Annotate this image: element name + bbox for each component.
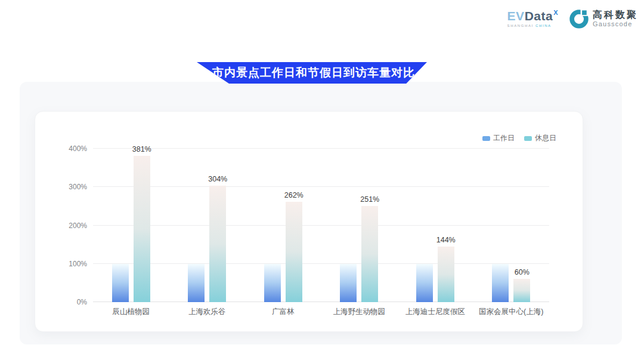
y-axis-tick-label: 100% — [69, 260, 87, 268]
x-axis-label: 上海欢乐谷 — [188, 307, 226, 317]
bar-restday — [438, 247, 454, 302]
gridline — [93, 225, 549, 226]
x-axis-label: 国家会展中心(上海) — [479, 307, 543, 317]
bar-workday — [264, 264, 281, 302]
bar-workday — [492, 264, 509, 302]
gausscode-g-icon — [569, 8, 589, 29]
legend-label: 休息日 — [535, 133, 556, 143]
title-banner: 市内景点工作日和节假日到访车量对比 — [197, 62, 427, 84]
gausscode-cn-label: 高科数聚 — [593, 10, 638, 20]
gridline — [93, 148, 549, 149]
evdata-logo: EVDataX SHANGHAI CHINA — [507, 10, 558, 27]
legend-item[interactable]: 休息日 — [524, 133, 556, 143]
chart-plot: 0%100%200%300%400%381%辰山植物园304%上海欢乐谷262%… — [93, 149, 549, 302]
gridline — [93, 263, 549, 264]
bar-restday — [134, 156, 150, 302]
bar-workday — [112, 264, 129, 302]
x-axis-label: 上海野生动物园 — [333, 307, 386, 317]
evdata-ev-text: EV — [507, 9, 525, 23]
bar-workday — [340, 264, 357, 302]
gridline — [93, 186, 549, 187]
bar-restday — [361, 206, 378, 302]
bar-restday — [513, 279, 530, 302]
legend-item[interactable]: 工作日 — [482, 133, 515, 143]
bar-value-label: 60% — [515, 268, 530, 276]
evdata-x-icon: X — [553, 9, 558, 16]
gausscode-text: 高科数聚 Gausscode — [593, 10, 638, 27]
page-title: 市内景点工作日和节假日到访车量对比 — [209, 65, 415, 81]
bar-value-label: 144% — [436, 236, 456, 244]
bar-value-label: 381% — [132, 145, 151, 153]
page: EVDataX SHANGHAI CHINA 高科数聚 Gausscode 市内… — [0, 0, 644, 363]
chart-legend: 工作日休息日 — [482, 133, 556, 143]
bar-value-label: 251% — [360, 195, 379, 204]
y-axis-tick-label: 300% — [69, 183, 87, 191]
gausscode-en-label: Gausscode — [593, 20, 638, 27]
bar-restday — [286, 202, 302, 302]
bar-workday — [416, 264, 433, 302]
bar-value-label: 304% — [208, 175, 227, 183]
chart-panel: 工作日休息日 0%100%200%300%400%381%辰山植物园304%上海… — [20, 82, 622, 344]
y-axis-tick-label: 0% — [77, 298, 87, 306]
legend-swatch-icon — [482, 136, 490, 141]
evdata-data-text: Data — [525, 9, 553, 23]
chart-card: 工作日休息日 0%100%200%300%400%381%辰山植物园304%上海… — [35, 111, 583, 332]
gausscode-logo: 高科数聚 Gausscode — [569, 8, 638, 29]
x-axis-label: 广富林 — [272, 307, 295, 317]
legend-swatch-icon — [524, 136, 532, 141]
x-axis-label: 上海迪士尼度假区 — [405, 307, 465, 317]
bar-restday — [209, 186, 226, 302]
x-axis-line — [93, 302, 549, 302]
x-axis-label: 辰山植物园 — [113, 307, 150, 317]
legend-label: 工作日 — [493, 133, 515, 143]
evdata-subtext: SHANGHAI CHINA — [507, 24, 558, 27]
logo-group: EVDataX SHANGHAI CHINA 高科数聚 Gausscode — [507, 8, 638, 29]
y-axis-tick-label: 400% — [69, 144, 87, 153]
bar-workday — [188, 264, 205, 302]
y-axis-tick-label: 200% — [69, 222, 87, 230]
evdata-wordmark: EVDataX — [507, 10, 558, 22]
bar-value-label: 262% — [284, 191, 304, 199]
